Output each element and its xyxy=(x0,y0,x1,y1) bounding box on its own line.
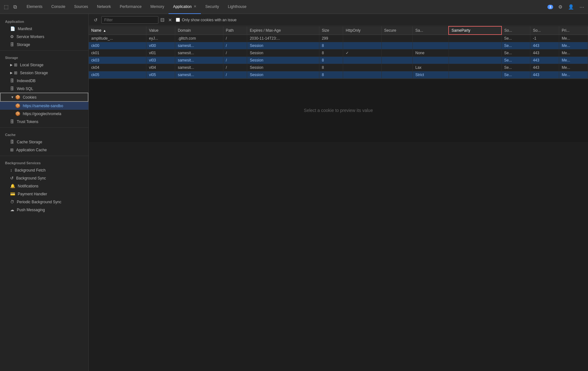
arrow-icon: ▶ xyxy=(10,63,13,67)
cookie-entry-icon: 🍪 xyxy=(15,103,20,108)
more-options-icon[interactable]: ⋯ xyxy=(578,3,585,11)
col-header-domain[interactable]: Domain xyxy=(175,26,223,35)
main-layout: Application 📄 Manifest ⚙ Service Workers… xyxy=(0,14,588,371)
col-header-sameparty[interactable]: SameParty xyxy=(449,26,502,35)
sidebar-item-indexeddb[interactable]: 🗄 IndexedDB xyxy=(0,77,88,85)
sidebar-item-bg-fetch[interactable]: ↕ Background Fetch xyxy=(0,166,88,174)
cell-name: ck01 xyxy=(89,49,146,56)
table-header-row: Name ▲ Value Domain Path Expires / Max-A… xyxy=(89,26,588,35)
cell-so2: 443 xyxy=(530,49,559,56)
cell-domain: samesit... xyxy=(175,42,223,49)
table-body: amplitude_...eyJ....glitch.com/2030-11-1… xyxy=(89,35,588,78)
cell-httponly xyxy=(343,56,381,64)
indexeddb-icon: 🗄 xyxy=(10,78,14,83)
cell-expires: 2030-11-14T23:... xyxy=(247,35,319,42)
tab-network[interactable]: Network xyxy=(93,0,115,14)
cache-storage-icon: 🗄 xyxy=(10,140,14,144)
col-header-path[interactable]: Path xyxy=(223,26,247,35)
table-container[interactable]: Name ▲ Value Domain Path Expires / Max-A… xyxy=(89,26,588,371)
table-row[interactable]: amplitude_...eyJ....glitch.com/2030-11-1… xyxy=(89,35,588,42)
sidebar-item-periodic-bg-sync[interactable]: ⏱ Periodic Background Sync xyxy=(0,198,88,206)
sidebar-item-cookie-samesite[interactable]: 🍪 https://samesite-sandbo xyxy=(0,102,88,110)
sidebar-item-notifications[interactable]: 🔔 Notifications xyxy=(0,182,88,190)
cell-value: eyJ... xyxy=(146,35,175,42)
tab-console[interactable]: Console xyxy=(47,0,70,14)
table-row[interactable]: ck04vl04samesit.../Session8LaxSe...443Me… xyxy=(89,64,588,71)
col-header-pri[interactable]: Pri... xyxy=(559,26,588,35)
settings-icon[interactable]: ⚙ xyxy=(556,3,564,11)
preview-area: Select a cookie to preview its value xyxy=(89,79,588,142)
sidebar-item-service-workers[interactable]: ⚙ Service Workers xyxy=(0,33,88,41)
col-header-name[interactable]: Name ▲ xyxy=(89,26,146,35)
sidebar-item-trust-tokens[interactable]: 🗄 Trust Tokens xyxy=(0,118,88,126)
tab-elements[interactable]: Elements xyxy=(22,0,47,14)
cell-domain: .glitch.com xyxy=(175,35,223,42)
sidebar-item-cookie-google[interactable]: 🍪 https://googlechromela xyxy=(0,110,88,118)
tab-performance[interactable]: Performance xyxy=(115,0,146,14)
sidebar-item-bg-sync[interactable]: ↺ Background Sync xyxy=(0,174,88,182)
show-issues-checkbox-label[interactable]: Only show cookies with an issue xyxy=(176,18,237,22)
sidebar-item-session-storage[interactable]: ▶ ⊞ Session Storage xyxy=(0,69,88,77)
sort-arrow-icon: ▲ xyxy=(103,29,106,32)
table-row[interactable]: ck00vl00samesit.../Session8Se...443Me... xyxy=(89,42,588,49)
cell-domain: samesit... xyxy=(175,49,223,56)
cell-path: / xyxy=(223,49,247,56)
tab-close-icon[interactable]: ✕ xyxy=(194,4,196,9)
sidebar-item-push-messaging[interactable]: ☁ Push Messaging xyxy=(0,206,88,214)
cell-httponly: ✓ xyxy=(343,49,381,56)
sidebar-item-cache-storage[interactable]: 🗄 Cache Storage xyxy=(0,138,88,146)
cell-value: vl04 xyxy=(146,64,175,71)
col-header-size[interactable]: Size xyxy=(319,26,343,35)
cell-samesite xyxy=(413,56,449,64)
table-row[interactable]: ck03vl03samesit.../Session8Se...443Me... xyxy=(89,56,588,64)
tab-lighthouse[interactable]: Lighthouse xyxy=(223,0,251,14)
tab-memory[interactable]: Memory xyxy=(146,0,169,14)
cell-sameparty xyxy=(449,56,502,64)
col-header-httponly[interactable]: HttpOnly xyxy=(343,26,381,35)
tab-sources[interactable]: Sources xyxy=(70,0,93,14)
cell-size: 8 xyxy=(319,49,343,56)
device-icon[interactable]: ⧉ xyxy=(11,3,18,10)
col-header-samesite[interactable]: Sa... xyxy=(413,26,449,35)
local-storage-icon: ⊞ xyxy=(14,62,17,67)
clear-button[interactable]: ✕ xyxy=(166,16,174,24)
refresh-button[interactable]: ↺ xyxy=(92,16,99,24)
col-header-so2[interactable]: So... xyxy=(530,26,559,35)
table-row[interactable]: ck01vl01samesit.../Session8✓NoneSe...443… xyxy=(89,49,588,56)
filter-options-icon[interactable]: ⊟ xyxy=(160,17,164,23)
tab-security[interactable]: Security xyxy=(201,0,223,14)
cell-domain: samesit... xyxy=(175,56,223,64)
periodic-bg-sync-icon: ⏱ xyxy=(10,199,14,204)
sidebar-item-app-cache[interactable]: ⊞ Application Cache xyxy=(0,146,88,154)
notification-badge: 3 xyxy=(547,5,553,9)
col-header-secure[interactable]: Secure xyxy=(381,26,412,35)
cell-so1: Se... xyxy=(502,42,530,49)
sidebar-item-websql[interactable]: 🗄 Web SQL xyxy=(0,85,88,93)
cell-so2: 443 xyxy=(530,64,559,71)
sidebar-item-manifest[interactable]: 📄 Manifest xyxy=(0,25,88,33)
cell-value: vl01 xyxy=(146,49,175,56)
cell-samesite: None xyxy=(413,49,449,56)
table-row[interactable]: ck05vl05samesit.../Session8StrictSe...44… xyxy=(89,71,588,78)
sidebar-item-cookies[interactable]: ▼ 🍪 Cookies xyxy=(0,93,88,102)
cell-pri: Me... xyxy=(559,35,588,42)
sidebar-item-storage[interactable]: 🗄 Storage xyxy=(0,41,88,49)
cell-expires: Session xyxy=(247,64,319,71)
arrow-icon: ▶ xyxy=(10,71,13,75)
tab-application[interactable]: Application ✕ xyxy=(169,0,201,14)
col-header-value[interactable]: Value xyxy=(146,26,175,35)
show-issues-checkbox[interactable] xyxy=(176,18,180,22)
notifications-icon: 🔔 xyxy=(10,184,15,188)
cell-secure xyxy=(381,64,412,71)
sidebar-item-local-storage[interactable]: ▶ ⊞ Local Storage xyxy=(0,61,88,69)
cell-pri: Me... xyxy=(559,49,588,56)
filter-input[interactable] xyxy=(101,16,158,24)
trust-tokens-icon: 🗄 xyxy=(10,119,14,124)
expand-arrow-icon: ▼ xyxy=(11,95,14,99)
user-icon[interactable]: 👤 xyxy=(567,3,575,11)
cell-so2: 443 xyxy=(530,42,559,49)
cursor-icon[interactable]: ⬚ xyxy=(3,3,10,10)
sidebar-item-payment-handler[interactable]: 💳 Payment Handler xyxy=(0,190,88,198)
col-header-so1[interactable]: So... xyxy=(502,26,530,35)
col-header-expires[interactable]: Expires / Max-Age xyxy=(247,26,319,35)
